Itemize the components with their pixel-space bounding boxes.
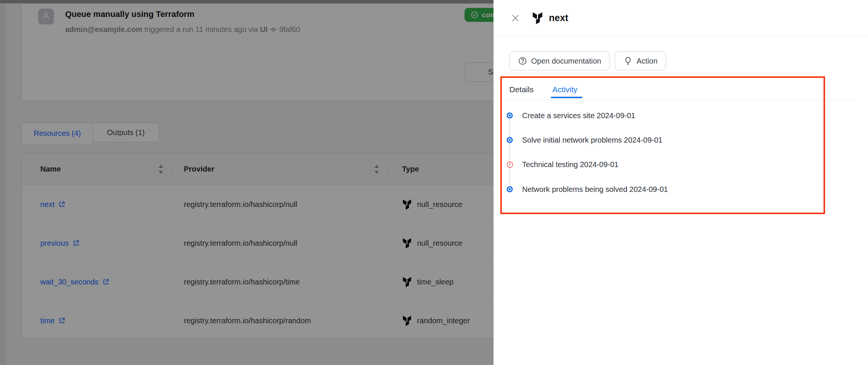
terraform-logo-icon <box>532 11 544 24</box>
drawer-header: next <box>510 11 568 24</box>
active-tab-underline <box>551 97 582 98</box>
tabs-divider <box>502 100 856 100</box>
activity-label: Technical testing 2024-09-01 <box>522 160 619 169</box>
timeline-connector <box>509 119 510 186</box>
activity-label: Network problems being solved 2024-09-01 <box>522 185 668 194</box>
action-button[interactable]: Action <box>615 52 666 70</box>
status-dot-icon <box>507 113 513 119</box>
lightbulb-icon <box>623 56 633 65</box>
app-root: Queue manually using Terraform admin@exa… <box>0 0 868 365</box>
activity-label: Create a services site 2024-09-01 <box>522 111 635 120</box>
resource-drawer: next Open documentation Action <box>494 0 868 365</box>
activity-label: Solve initial network problems 2024-09-0… <box>522 136 662 144</box>
action-label: Action <box>637 57 658 65</box>
status-dot-icon <box>507 186 513 192</box>
open-documentation-label: Open documentation <box>531 57 601 65</box>
clock-icon <box>506 161 513 168</box>
close-icon[interactable] <box>510 13 521 23</box>
drawer-header-divider <box>494 36 868 37</box>
drawer-actions: Open documentation Action <box>509 52 666 70</box>
tab-details-label: Details <box>509 85 533 94</box>
status-dot-icon <box>507 137 513 143</box>
tab-details[interactable]: Details <box>509 85 533 100</box>
help-circle-icon <box>518 56 527 65</box>
open-documentation-button[interactable]: Open documentation <box>509 52 610 70</box>
tab-activity-label: Activity <box>552 85 578 94</box>
drawer-title: next <box>549 12 568 23</box>
